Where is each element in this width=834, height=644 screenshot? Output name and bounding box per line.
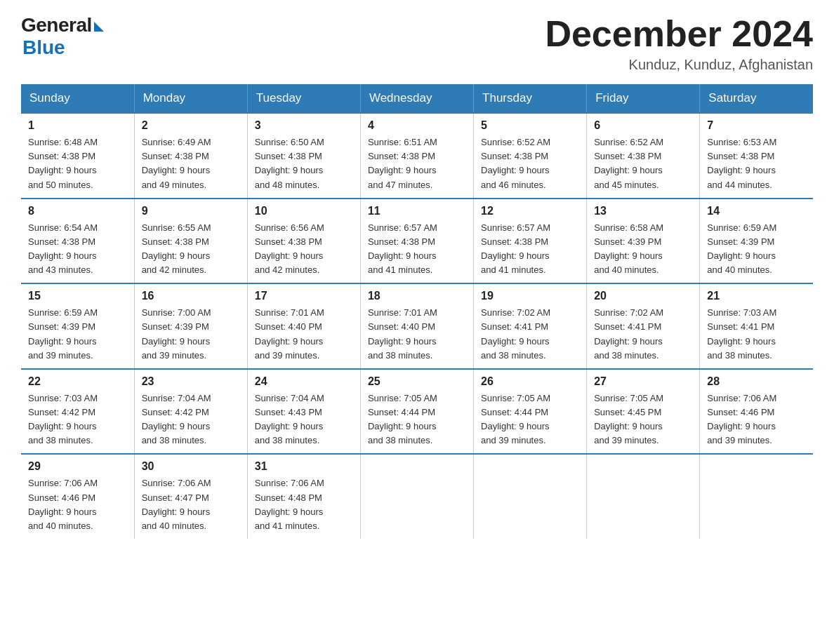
daylight-minutes: and 43 minutes. [28,264,93,275]
day-number: 30 [142,460,240,473]
calendar-cell: 11 Sunrise: 6:57 AM Sunset: 4:38 PM Dayl… [360,199,473,284]
calendar-cell: 3 Sunrise: 6:50 AM Sunset: 4:38 PM Dayli… [247,113,360,199]
week-row-4: 22 Sunrise: 7:03 AM Sunset: 4:42 PM Dayl… [21,369,813,455]
day-info: Sunrise: 7:06 AM Sunset: 4:46 PM Dayligh… [707,391,806,448]
daylight-minutes: and 48 minutes. [255,180,320,190]
daylight-label: Daylight: 9 hours [707,165,776,175]
day-number: 25 [368,375,466,388]
sunrise-label: Sunrise: 6:56 AM [255,222,324,233]
daylight-minutes: and 39 minutes. [255,350,320,361]
logo-general-text: General [21,14,92,36]
daylight-minutes: and 40 minutes. [594,264,659,275]
sunset-label: Sunset: 4:48 PM [255,492,322,503]
calendar-cell: 26 Sunrise: 7:05 AM Sunset: 4:44 PM Dayl… [474,369,587,455]
daylight-minutes: and 38 minutes. [28,435,93,445]
daylight-minutes: and 38 minutes. [481,350,546,361]
day-number: 4 [368,119,466,132]
sunset-label: Sunset: 4:40 PM [368,321,435,332]
day-number: 10 [255,205,353,217]
calendar-cell: 22 Sunrise: 7:03 AM Sunset: 4:42 PM Dayl… [21,369,134,455]
sunrise-label: Sunrise: 6:57 AM [368,222,437,233]
day-number: 22 [28,375,127,388]
day-number: 3 [255,119,353,132]
calendar-cell: 20 Sunrise: 7:02 AM Sunset: 4:41 PM Dayl… [587,283,700,369]
calendar-cell: 4 Sunrise: 6:51 AM Sunset: 4:38 PM Dayli… [360,113,473,199]
day-number: 28 [707,375,806,388]
sunset-label: Sunset: 4:38 PM [707,151,774,161]
day-info: Sunrise: 6:57 AM Sunset: 4:38 PM Dayligh… [481,221,579,278]
calendar-cell: 1 Sunrise: 6:48 AM Sunset: 4:38 PM Dayli… [21,113,134,199]
daylight-minutes: and 40 minutes. [142,521,207,531]
sunset-label: Sunset: 4:38 PM [255,151,322,161]
sunset-label: Sunset: 4:47 PM [142,492,209,503]
day-number: 1 [28,119,127,132]
day-info: Sunrise: 7:05 AM Sunset: 4:45 PM Dayligh… [594,391,692,448]
daylight-label: Daylight: 9 hours [707,336,776,347]
sunset-label: Sunset: 4:38 PM [28,236,95,247]
sunrise-label: Sunrise: 7:01 AM [368,307,437,318]
sunrise-label: Sunrise: 7:05 AM [481,393,550,403]
calendar-cell: 29 Sunrise: 7:06 AM Sunset: 4:46 PM Dayl… [21,454,134,539]
calendar-body: 1 Sunrise: 6:48 AM Sunset: 4:38 PM Dayli… [21,113,813,539]
day-info: Sunrise: 6:53 AM Sunset: 4:38 PM Dayligh… [707,135,806,192]
day-info: Sunrise: 7:02 AM Sunset: 4:41 PM Dayligh… [481,306,579,363]
daylight-label: Daylight: 9 hours [594,336,663,347]
sunset-label: Sunset: 4:42 PM [142,407,209,417]
sunrise-label: Sunrise: 7:06 AM [28,478,98,488]
daylight-minutes: and 40 minutes. [28,521,93,531]
daylight-minutes: and 39 minutes. [142,350,207,361]
header-friday: Friday [587,84,700,113]
sunset-label: Sunset: 4:45 PM [594,407,661,417]
daylight-minutes: and 38 minutes. [255,435,320,445]
week-row-1: 1 Sunrise: 6:48 AM Sunset: 4:38 PM Dayli… [21,113,813,199]
daylight-label: Daylight: 9 hours [594,421,663,431]
logo-blue-text: Blue [22,36,65,59]
daylight-minutes: and 38 minutes. [594,350,659,361]
sunset-label: Sunset: 4:38 PM [142,236,209,247]
calendar-cell: 27 Sunrise: 7:05 AM Sunset: 4:45 PM Dayl… [587,369,700,455]
day-number: 26 [481,375,579,388]
calendar-cell: 12 Sunrise: 6:57 AM Sunset: 4:38 PM Dayl… [474,199,587,284]
sunrise-label: Sunrise: 7:00 AM [142,307,211,318]
day-number: 31 [255,460,353,473]
header-saturday: Saturday [700,84,813,113]
calendar-cell: 15 Sunrise: 6:59 AM Sunset: 4:39 PM Dayl… [21,283,134,369]
day-info: Sunrise: 6:52 AM Sunset: 4:38 PM Dayligh… [594,135,692,192]
daylight-label: Daylight: 9 hours [481,250,550,261]
sunset-label: Sunset: 4:41 PM [707,321,774,332]
day-info: Sunrise: 6:51 AM Sunset: 4:38 PM Dayligh… [368,135,466,192]
day-info: Sunrise: 7:04 AM Sunset: 4:42 PM Dayligh… [142,391,240,448]
day-number: 20 [594,290,692,302]
day-number: 9 [142,205,240,217]
day-info: Sunrise: 7:05 AM Sunset: 4:44 PM Dayligh… [481,391,579,448]
daylight-label: Daylight: 9 hours [255,336,324,347]
daylight-minutes: and 42 minutes. [142,264,207,275]
calendar-cell: 8 Sunrise: 6:54 AM Sunset: 4:38 PM Dayli… [21,199,134,284]
week-row-3: 15 Sunrise: 6:59 AM Sunset: 4:39 PM Dayl… [21,283,813,369]
calendar-cell: 21 Sunrise: 7:03 AM Sunset: 4:41 PM Dayl… [700,283,813,369]
logo: General Blue [21,14,104,59]
day-number: 29 [28,460,127,473]
daylight-label: Daylight: 9 hours [28,507,97,517]
daylight-label: Daylight: 9 hours [594,250,663,261]
day-number: 8 [28,205,127,217]
day-info: Sunrise: 6:49 AM Sunset: 4:38 PM Dayligh… [142,135,240,192]
sunset-label: Sunset: 4:38 PM [368,236,435,247]
day-number: 2 [142,119,240,132]
calendar-cell: 2 Sunrise: 6:49 AM Sunset: 4:38 PM Dayli… [134,113,247,199]
daylight-minutes: and 40 minutes. [707,264,772,275]
sunset-label: Sunset: 4:38 PM [594,151,661,161]
sunrise-label: Sunrise: 6:52 AM [594,137,663,147]
daylight-label: Daylight: 9 hours [142,250,211,261]
sunrise-label: Sunrise: 7:02 AM [594,307,663,318]
daylight-minutes: and 44 minutes. [707,180,772,190]
sunset-label: Sunset: 4:40 PM [255,321,322,332]
sunset-label: Sunset: 4:41 PM [481,321,548,332]
day-number: 24 [255,375,353,388]
calendar-cell: 19 Sunrise: 7:02 AM Sunset: 4:41 PM Dayl… [474,283,587,369]
daylight-minutes: and 38 minutes. [368,435,433,445]
day-number: 14 [707,205,806,217]
month-title: December 2024 [545,14,813,54]
day-number: 6 [594,119,692,132]
day-number: 15 [28,290,127,302]
